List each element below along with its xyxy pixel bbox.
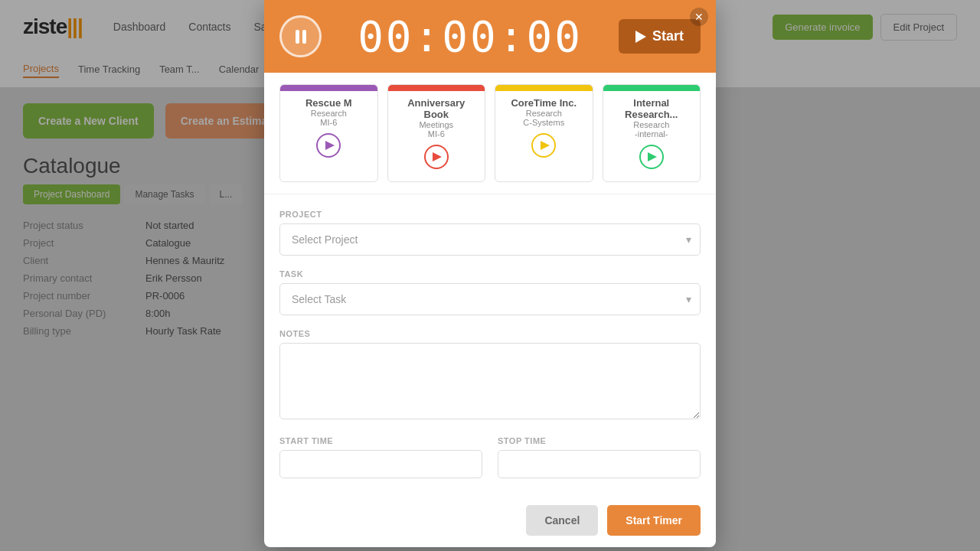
card-play-area [503, 133, 585, 164]
stop-time-label: STOP TIME [498, 436, 701, 445]
pause-icon [296, 30, 306, 44]
card-code: -internal- [611, 129, 693, 139]
card-title: Internal Research... [611, 97, 693, 120]
timer-header: 00:00:00 Start [264, 0, 716, 73]
card-code: C-Systems [503, 118, 585, 127]
project-form-label: PROJECT [279, 210, 701, 219]
play-circle-icon[interactable] [424, 145, 449, 169]
timer-display: 00:00:00 [358, 11, 583, 61]
card-bar [495, 85, 593, 91]
notes-form-group: NOTES [279, 329, 701, 422]
cancel-button[interactable]: Cancel [526, 505, 598, 536]
card-body: CoreTime Inc. Research C-Systems [495, 91, 593, 170]
close-icon[interactable]: ✕ [690, 8, 708, 26]
project-select-wrapper: Select Project ▾ [279, 223, 701, 256]
start-time-label: START TIME [279, 436, 482, 445]
card-bar [280, 85, 377, 91]
pause-button[interactable] [279, 15, 322, 57]
card-body: Internal Research... Research -internal- [603, 91, 701, 181]
stop-time-group: STOP TIME [498, 436, 701, 478]
card-code: MI-6 [288, 118, 370, 127]
project-card-0[interactable]: Rescue M Research MI-6 [279, 84, 378, 182]
project-card-1[interactable]: Anniversary Book Meetings MI-6 [387, 84, 486, 182]
stop-time-input[interactable] [498, 450, 701, 478]
card-play-area [288, 133, 370, 164]
recent-projects: Rescue M Research MI-6 Anniversary Book … [264, 73, 716, 194]
project-form-group: PROJECT Select Project ▾ [279, 210, 701, 256]
project-card-2[interactable]: CoreTime Inc. Research C-Systems [495, 84, 593, 182]
project-card-3[interactable]: Internal Research... Research -internal- [603, 84, 701, 182]
card-title: Anniversary Book [396, 97, 478, 120]
card-play-area [611, 145, 693, 175]
modal-footer: Cancel Start Timer [264, 494, 716, 547]
card-code: MI-6 [396, 129, 478, 139]
card-subtitle: Research [503, 109, 585, 118]
task-form-group: TASK Select Task ▾ [279, 269, 701, 315]
project-select[interactable]: Select Project [279, 223, 701, 256]
play-icon [635, 31, 646, 43]
play-icon [325, 141, 335, 150]
task-form-label: TASK [279, 269, 701, 279]
play-circle-icon[interactable] [531, 133, 556, 158]
play-circle-icon[interactable] [316, 133, 341, 158]
task-select[interactable]: Select Task [279, 283, 701, 315]
card-bar [388, 85, 485, 91]
card-subtitle: Meetings [396, 120, 478, 129]
play-circle-icon[interactable] [639, 145, 664, 169]
start-timer-button[interactable]: Start Timer [607, 505, 701, 536]
start-time-group: START TIME [279, 436, 482, 478]
play-icon [648, 152, 657, 161]
card-bar [603, 85, 701, 91]
card-title: CoreTime Inc. [503, 97, 585, 109]
card-body: Rescue M Research MI-6 [280, 91, 377, 170]
modal-overlay: ✕ 00:00:00 Start Rescue M Research MI-6 [0, 0, 980, 551]
timer-modal: ✕ 00:00:00 Start Rescue M Research MI-6 [264, 0, 716, 547]
task-select-wrapper: Select Task ▾ [279, 283, 701, 315]
notes-textarea[interactable] [279, 343, 701, 419]
card-subtitle: Research [611, 120, 693, 129]
card-body: Anniversary Book Meetings MI-6 [388, 91, 485, 181]
play-icon [433, 152, 442, 161]
card-title: Rescue M [288, 97, 370, 109]
timer-start-button[interactable]: Start [619, 19, 701, 54]
play-icon [541, 141, 550, 150]
notes-form-label: NOTES [279, 329, 701, 338]
start-time-input[interactable] [279, 450, 482, 478]
modal-form: PROJECT Select Project ▾ TASK Select Tas… [264, 194, 716, 494]
card-subtitle: Research [288, 109, 370, 118]
time-row: START TIME STOP TIME [279, 436, 701, 478]
card-play-area [396, 145, 478, 175]
